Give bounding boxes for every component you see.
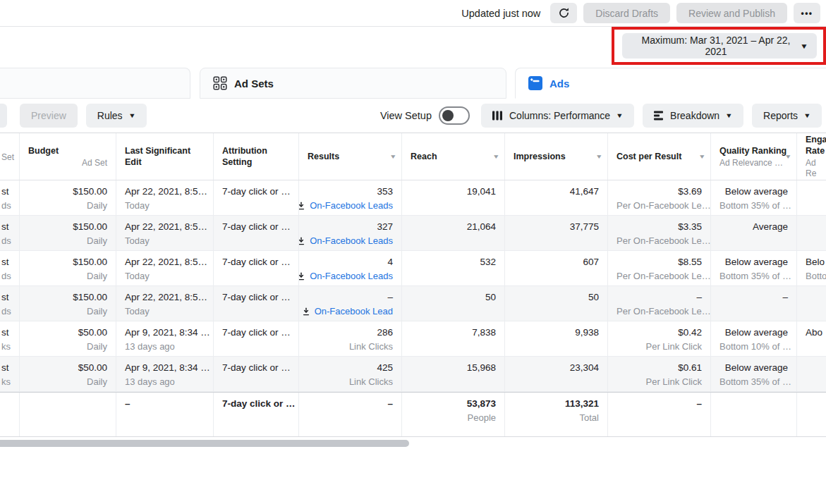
lead-download-icon — [299, 237, 305, 245]
cell-attribution-setting: 7-day click or … — [214, 180, 299, 215]
ad-sets-grid-icon — [213, 76, 227, 90]
column-header-attribution-setting: Attribution Setting — [214, 133, 299, 180]
chevron-down-icon: ▼ — [800, 42, 808, 50]
cell-impressions: 41,647 — [505, 180, 608, 215]
chevron-down-icon: ▼ — [616, 112, 624, 119]
reports-label: Reports — [763, 110, 798, 121]
cell-results: – — [299, 393, 402, 436]
table-row[interactable]: stds$150.00DailyApr 22, 2021, 8:5…Today7… — [0, 180, 826, 216]
columns-icon — [492, 111, 503, 121]
cell-engagement-rate-partial: BeloBotto — [797, 251, 826, 285]
cell-engagement-rate-partial — [797, 180, 826, 215]
cell-quality-ranking: Below averageBottom 35% of … — [711, 357, 797, 391]
cell-ad-set-partial — [0, 393, 20, 436]
cell-cost-per-result: $0.61Per Link Click — [608, 357, 711, 391]
column-header-ad-set-partial: Set — [0, 133, 20, 180]
cell-last-significant-edit: Apr 22, 2021, 8:5…Today — [116, 251, 214, 285]
cell-quality-ranking: – — [711, 286, 797, 321]
cell-results: 327 On-Facebook Leads — [299, 216, 402, 250]
ads-icon — [528, 76, 542, 90]
cell-reach: 53,873People — [402, 393, 505, 436]
cell-reach: 532 — [402, 251, 505, 285]
updated-status: Updated just now — [461, 8, 540, 19]
cutoff-button-edge[interactable] — [0, 104, 7, 128]
cell-cost-per-result: $3.35Per On-Facebook Le… — [608, 216, 711, 250]
cell-last-significant-edit: Apr 22, 2021, 8:5…Today — [116, 286, 214, 321]
column-header-results[interactable]: Results▼ — [299, 133, 402, 180]
table-row[interactable]: stds$150.00DailyApr 22, 2021, 8:5…Today7… — [0, 286, 826, 321]
tab-ads[interactable]: Ads — [515, 68, 826, 99]
cell-quality-ranking — [711, 393, 797, 436]
table-row[interactable]: stks$50.00DailyApr 9, 2021, 8:34 …13 day… — [0, 357, 826, 392]
view-setup-toggle[interactable] — [439, 106, 470, 125]
refresh-button[interactable] — [550, 3, 577, 23]
more-options-button[interactable]: ••• — [794, 3, 820, 23]
cell-last-significant-edit: Apr 22, 2021, 8:5…Today — [116, 216, 214, 250]
cell-last-significant-edit: Apr 22, 2021, 8:5…Today — [116, 180, 214, 215]
cell-ad-set-partial: stks — [0, 321, 20, 356]
table-row[interactable]: stds$150.00DailyApr 22, 2021, 8:5…Today7… — [0, 216, 826, 251]
sort-arrow-icon: ▼ — [698, 153, 706, 160]
cell-quality-ranking: Below averageBottom 35% of … — [711, 180, 797, 215]
rules-button[interactable]: Rules ▼ — [86, 104, 147, 128]
column-header-reach[interactable]: Reach▼ — [402, 133, 505, 180]
discard-drafts-button[interactable]: Discard Drafts — [583, 3, 670, 23]
topbar: Updated just now Discard Drafts Review a… — [0, 0, 826, 27]
cell-reach: 50 — [402, 286, 505, 321]
table-row[interactable]: stks$50.00DailyApr 9, 2021, 8:34 …13 day… — [0, 321, 826, 357]
level-tabs: Ad Sets Ads — [0, 65, 826, 99]
cell-quality-ranking: Average — [711, 216, 797, 250]
toolbar: Preview Rules ▼ View Setup Columns: Perf… — [0, 99, 826, 133]
cell-results: – On-Facebook Lead — [299, 286, 402, 321]
cell-quality-ranking: Below averageBottom 35% of … — [711, 251, 797, 285]
reports-button[interactable]: Reports ▼ — [752, 104, 822, 128]
column-header-last-significant-edit: Last Significant Edit — [116, 133, 214, 180]
cell-results: 425Link Clicks — [299, 357, 402, 391]
results-link[interactable]: On-Facebook Leads — [308, 270, 393, 282]
cell-budget: $50.00Daily — [20, 357, 116, 391]
cell-ad-set-partial: stds — [0, 180, 20, 215]
review-and-publish-button[interactable]: Review and Publish — [676, 3, 787, 23]
cell-attribution-setting: 7-day click or … — [214, 216, 299, 250]
cell-ad-set-partial: stds — [0, 216, 20, 250]
column-header-quality-ranking[interactable]: Quality RankingAd Relevance …▼ — [711, 133, 797, 180]
cell-reach: 7,838 — [402, 321, 505, 356]
date-range-selector[interactable]: Maximum: Mar 31, 2021 – Apr 22, 2021 ▼ — [622, 33, 817, 59]
tab-campaigns-partial[interactable] — [0, 68, 190, 99]
cell-results: 4 On-Facebook Leads — [299, 251, 402, 285]
sort-arrow-icon: ▼ — [389, 153, 397, 160]
column-header-impressions[interactable]: Impressions▼ — [505, 133, 608, 180]
cell-last-significant-edit: Apr 9, 2021, 8:34 …13 days ago — [116, 321, 214, 356]
view-setup-label: View Setup — [380, 110, 432, 121]
cell-engagement-rate-partial — [797, 357, 826, 391]
cell-impressions: 9,938 — [505, 321, 608, 356]
cell-budget: $50.00Daily — [20, 321, 116, 356]
cell-impressions: 23,304 — [505, 357, 608, 391]
cell-ad-set-partial: stks — [0, 357, 20, 391]
sort-arrow-icon: ▼ — [492, 153, 500, 160]
annotation-highlight-box: Maximum: Mar 31, 2021 – Apr 22, 2021 ▼ — [612, 27, 826, 65]
cell-attribution-setting: 7-day click or … — [214, 393, 299, 436]
toggle-knob — [442, 110, 454, 121]
results-link[interactable]: On-Facebook Leads — [308, 235, 393, 247]
lead-download-icon — [299, 272, 305, 281]
cell-engagement-rate-partial — [797, 286, 826, 321]
results-link[interactable]: On-Facebook Lead — [308, 305, 393, 317]
date-range-label: Maximum: Mar 31, 2021 – Apr 22, 2021 — [631, 35, 801, 57]
column-header-budget: BudgetAd Set — [20, 133, 116, 180]
column-header-cost-per-result[interactable]: Cost per Result▼ — [608, 133, 711, 180]
lead-download-icon — [302, 307, 310, 316]
sort-arrow-icon: ▼ — [595, 153, 603, 160]
lead-download-icon — [299, 202, 305, 210]
table-row[interactable]: stds$150.00DailyApr 22, 2021, 8:5…Today7… — [0, 251, 826, 286]
cell-attribution-setting: 7-day click or … — [214, 251, 299, 285]
cell-reach: 15,968 — [402, 357, 505, 391]
preview-button[interactable]: Preview — [20, 104, 78, 128]
totals-row: –7-day click or …–53,873People113,321Tot… — [0, 392, 826, 436]
columns-button[interactable]: Columns: Performance ▼ — [481, 104, 634, 128]
horizontal-scrollbar[interactable] — [0, 440, 409, 447]
breakdown-button[interactable]: Breakdown ▼ — [643, 104, 743, 128]
cell-engagement-rate-partial: Abo — [797, 321, 826, 356]
results-link[interactable]: On-Facebook Leads — [308, 199, 393, 211]
tab-ad-sets[interactable]: Ad Sets — [200, 68, 506, 99]
